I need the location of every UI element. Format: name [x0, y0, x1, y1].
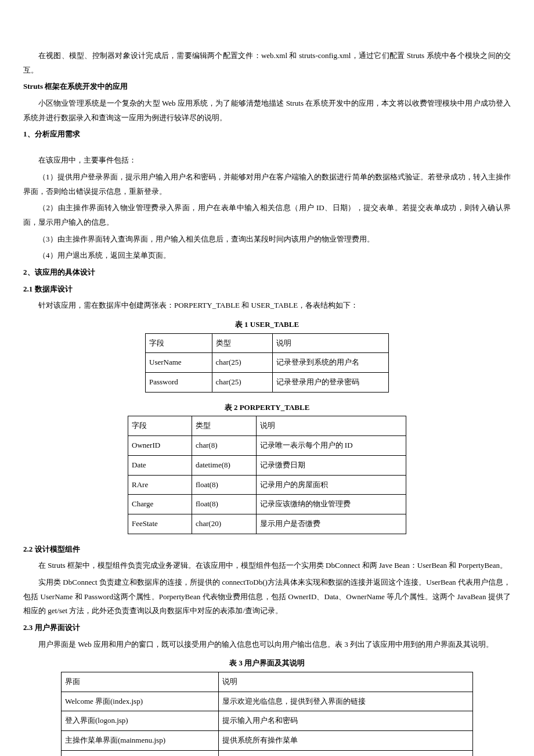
paragraph: 小区物业管理系统是一个复杂的大型 Web 应用系统，为了能够清楚地描述 Stru…	[23, 96, 511, 125]
table-row: Welcome 界面(index.jsp) 显示欢迎光临信息，提供到登入界面的链…	[62, 692, 473, 711]
heading-design: 2、该应用的具体设计	[23, 265, 511, 280]
table-caption-2: 表 2 PORPERTY_TABLE	[23, 401, 511, 415]
heading-requirements: 1、分析应用需求	[23, 127, 511, 142]
table-caption-1: 表 1 USER_TABLE	[23, 318, 511, 332]
table-cell: char(25)	[212, 353, 272, 373]
table-cell: UserName	[146, 353, 212, 373]
table-cell: 字段	[128, 416, 192, 436]
table-row: FeeState char(20) 显示用户是否缴费	[128, 514, 406, 534]
table-cell: 类型	[192, 416, 256, 436]
heading-db-design: 2.1 数据库设计	[23, 282, 511, 297]
heading-model-components: 2.2 设计模型组件	[23, 542, 511, 557]
list-item: （2）由主操作界面转入物业管理费录入界面，用户在表单中输入相关信息（用户 ID、…	[23, 201, 511, 229]
heading-struts-framework: Struts 框架在系统开发中的应用	[23, 80, 511, 94]
table-cell: 记录应该缴纳的物业管理费	[256, 495, 406, 514]
table-row: 主操作菜单界面(mainmenu.jsp) 提供系统所有操作菜单	[62, 731, 473, 751]
table-cell: 记录唯一表示每个用户的 ID	[256, 436, 406, 456]
table-cell: FeeState	[128, 514, 192, 534]
table-cell: 界面	[62, 672, 219, 692]
table-ui-pages: 界面 说明 Welcome 界面(index.jsp) 显示欢迎光临信息，提供到…	[61, 672, 473, 756]
table-row: RAre float(8) 记录用户的房屋面积	[128, 475, 406, 495]
table-cell: 记录登录到系统的用户名	[272, 353, 388, 373]
table-row: OwnerID char(8) 记录唯一表示每个用户的 ID	[128, 436, 406, 456]
table-row: 字段 类型 说明	[128, 416, 406, 436]
table-row: 字段 类型 说明	[146, 333, 389, 353]
table-cell: char(20)	[192, 514, 256, 534]
table-cell: 说明	[218, 672, 472, 692]
paragraph: 在视图、模型、控制器对象设计完成后，需要编辑两个配置文件：web.xml 和 s…	[23, 49, 511, 77]
table-cell: char(25)	[212, 373, 272, 393]
paragraph: 针对该应用，需在数据库中创建两张表：PORPERTY_TABLE 和 USER_…	[23, 298, 511, 313]
table-cell: char(8)	[192, 436, 256, 456]
table-cell: 主操作菜单界面(mainmenu.jsp)	[62, 731, 219, 751]
table-cell: Password	[146, 373, 212, 393]
table-cell: 提示输入用户名和密码	[218, 711, 472, 731]
table-row: Date datetime(8) 记录缴费日期	[128, 455, 406, 475]
table-cell: 类型	[212, 333, 272, 353]
table-property-table: 字段 类型 说明 OwnerID char(8) 记录唯一表示每个用户的 ID …	[128, 416, 406, 534]
table-row: Charge float(8) 记录应该缴纳的物业管理费	[128, 495, 406, 514]
table-cell: OwnerID	[128, 436, 192, 456]
table-cell: 记录登录用户的登录密码	[272, 373, 388, 393]
table-cell: 登入界面(logon.jsp)	[62, 711, 219, 731]
table-cell: Charge	[128, 495, 192, 514]
table-cell: 提示输入有关物业费用相关信息	[218, 750, 472, 756]
table-cell: datetime(8)	[192, 455, 256, 475]
table-cell: Date	[128, 455, 192, 475]
table-cell: 记录缴费日期	[256, 455, 406, 475]
table-cell: 说明	[256, 416, 406, 436]
list-item: （4）用户退出系统，返回主菜单页面。	[23, 249, 511, 263]
table-row: 界面 说明	[62, 672, 473, 692]
paragraph: 在 Struts 框架中，模型组件负责完成业务逻辑。在该应用中，模型组件包括一个…	[23, 559, 511, 573]
paragraph: 用户界面是 Web 应用和用户的窗口，既可以接受用户的输入信息也可以向用户输出信…	[23, 638, 511, 652]
table-cell: Welcome 界面(index.jsp)	[62, 692, 219, 711]
table-row: UserName char(25) 记录登录到系统的用户名	[146, 353, 389, 373]
table-cell: RAre	[128, 475, 192, 495]
table-row: 登入界面(logon.jsp) 提示输入用户名和密码	[62, 711, 473, 731]
table-user-table: 字段 类型 说明 UserName char(25) 记录登录到系统的用户名 P…	[145, 333, 389, 393]
list-item: （1）提供用户登录界面，提示用户输入用户名和密码，并能够对用户在客户端输入的数据…	[23, 170, 511, 199]
table-cell: 物业收费数据录入界面(input.jsp)	[62, 750, 219, 756]
table-cell: float(8)	[192, 495, 256, 514]
table-cell: 说明	[272, 333, 388, 353]
table-cell: 提供系统所有操作菜单	[218, 731, 472, 751]
table-row: Password char(25) 记录登录用户的登录密码	[146, 373, 389, 393]
paragraph: 实用类 DbConnect 负责建立和数据库的连接，所提供的 connectTo…	[23, 575, 511, 618]
paragraph: 在该应用中，主要事件包括：	[23, 153, 511, 168]
table-cell: 字段	[146, 333, 212, 353]
table-cell: float(8)	[192, 475, 256, 495]
table-cell: 显示用户是否缴费	[256, 514, 406, 534]
table-cell: 显示欢迎光临信息，提供到登入界面的链接	[218, 692, 472, 711]
table-cell: 记录用户的房屋面积	[256, 475, 406, 495]
list-item: （3）由主操作界面转入查询界面，用户输入相关信息后，查询出某段时间内该用户的物业…	[23, 232, 511, 247]
table-row: 物业收费数据录入界面(input.jsp) 提示输入有关物业费用相关信息	[62, 750, 473, 756]
table-caption-3: 表 3 用户界面及其说明	[23, 656, 511, 671]
heading-ui-design: 2.3 用户界面设计	[23, 621, 511, 635]
